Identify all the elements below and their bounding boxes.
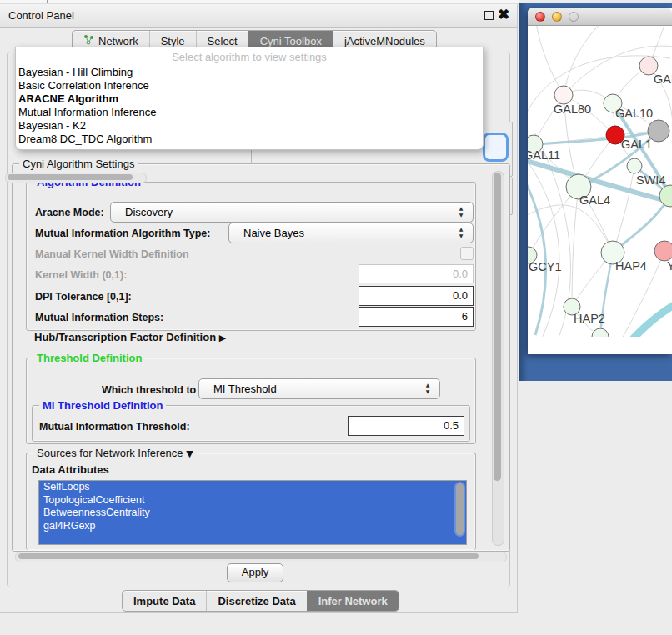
algorithm-item-aracne-algorithm[interactable]: ARACNE Algorithm	[18, 92, 480, 106]
manual-kernel-width-label: Manual Kernel Width Definition	[35, 248, 189, 260]
mi-threshold-label: Mutual Information Threshold:	[39, 421, 190, 432]
network-canvas[interactable]: GALGAL80GAL10GAL1GAL11SWI4GAL4GCY1HAP4YH…	[528, 8, 672, 340]
mi-threshold-definition-title: MI Threshold Definition	[39, 399, 166, 412]
node-label-y: Y	[667, 259, 672, 272]
node-bottom-partial[interactable]	[592, 328, 609, 337]
network-window-titlebar	[528, 8, 672, 26]
mi-steps-label: Mutual Information Steps:	[35, 312, 163, 323]
aracne-mode-label: Aracne Mode:	[35, 207, 104, 218]
network-icon	[83, 34, 94, 48]
combo-stepper-icon: ▲▼	[424, 382, 432, 395]
node-label-hap4: HAP4	[615, 259, 647, 272]
node-pink-right[interactable]	[654, 241, 672, 261]
cyni-mode-tabs: Impute DataDiscretize DataInfer Network	[122, 590, 399, 612]
node-label-gal1: GAL1	[621, 138, 652, 151]
apply-button[interactable]: Apply	[227, 563, 283, 582]
hub-transcription-factor-label: Hub/Transcription Factor Definition	[34, 331, 216, 343]
float-window-icon[interactable]	[484, 11, 494, 20]
combo-stepper-icon: ▲▼	[457, 226, 465, 239]
obscured-focused-combo-fragment	[483, 132, 509, 162]
tab-discretize-data[interactable]: Discretize Data	[206, 591, 306, 611]
algorithm-item-dream8-dc-tdc-algorithm[interactable]: Dream8 DC_TDC Algorithm	[18, 132, 480, 146]
dpi-tolerance-field[interactable]: 0.0	[359, 286, 474, 306]
mi-algorithm-type-combo[interactable]: Naive Bayes ▲▼	[228, 222, 474, 243]
algorithm-dropdown-popup: Select algorithm to view settings Bayesi…	[15, 47, 484, 150]
tab-label: jActiveMNodules	[344, 35, 425, 48]
tab-infer-network[interactable]: Infer Network	[307, 591, 399, 611]
mi-steps-field[interactable]: 6	[359, 307, 474, 327]
tab-impute-data[interactable]: Impute Data	[123, 591, 206, 611]
node-label-gcy1: GCY1	[529, 260, 562, 273]
node-label-gal4: GAL4	[579, 193, 610, 207]
algorithm-item-bayesian-k2[interactable]: Bayesian - K2	[18, 119, 480, 132]
data-attributes-list[interactable]: SelfLoopsTopologicalCoefficientBetweenne…	[38, 480, 467, 545]
panel-horizontal-scrollbar[interactable]	[15, 552, 507, 562]
close-traffic-light-icon[interactable]	[535, 12, 545, 22]
node-label-hap2: HAP2	[574, 312, 605, 325]
sources-title[interactable]: Sources for Network Inference ▼	[33, 447, 197, 459]
tab-label: Network	[98, 35, 138, 48]
table-horizontal-scrollbar[interactable]	[5, 172, 147, 183]
which-threshold-combo[interactable]: MI Threshold ▲▼	[198, 378, 440, 399]
network-view-window: GALGAL80GAL10GAL1GAL11SWI4GAL4GCY1HAP4YH…	[528, 8, 672, 354]
sources-title-text: Sources for Network Inference	[37, 447, 183, 459]
node-mid-green[interactable]	[627, 158, 642, 173]
algorithm-list: Bayesian - Hill ClimbingBasic Correlatio…	[18, 66, 480, 146]
kernel-width-field[interactable]: 0.0	[359, 264, 474, 283]
attribute-item-selfloops[interactable]: SelfLoops	[39, 481, 466, 494]
node-label-gal80: GAL80	[554, 102, 591, 116]
tab-label: Infer Network	[318, 595, 388, 608]
tab-label: Impute Data	[133, 595, 195, 608]
manual-kernel-width-checkbox[interactable]	[460, 247, 474, 260]
list-scrollbar[interactable]	[456, 483, 464, 535]
algorithm-definition-group: Algorithm Definition Aracne Mode: Discov…	[26, 182, 476, 331]
node-label-gal: GAL	[654, 72, 672, 86]
tab-label: Style	[161, 35, 185, 48]
control-panel-window: Control Panel ✖ NetworkStyleSelectCyni T…	[0, 4, 518, 613]
which-threshold-value: MI Threshold	[213, 379, 277, 398]
node-gal80[interactable]	[554, 86, 573, 104]
data-attributes-label: Data Attributes	[32, 463, 109, 476]
tab-label: Cyni Toolbox	[260, 35, 322, 48]
mi-algorithm-type-value: Naive Bayes	[243, 223, 304, 242]
collapse-down-icon: ▼	[186, 448, 193, 459]
tab-label: Select	[208, 35, 238, 48]
node-label-swi4: SWI4	[636, 173, 665, 187]
expand-right-icon: ▶	[219, 332, 226, 343]
kernel-width-label: Kernel Width (0,1):	[35, 269, 127, 281]
aracne-mode-value: Discovery	[125, 202, 173, 222]
zoom-traffic-light-icon[interactable]	[569, 12, 579, 22]
sources-group: Sources for Network Inference ▼ Data Att…	[26, 452, 476, 550]
close-window-icon[interactable]: ✖	[498, 6, 509, 24]
attribute-item-gal4rgexp[interactable]: gal4RGexp	[39, 520, 466, 533]
hub-transcription-factor-toggle[interactable]: Hub/Transcription Factor Definition ▶	[34, 331, 226, 343]
attribute-item-topologicalcoefficient[interactable]: TopologicalCoefficient	[39, 494, 466, 508]
combo-stepper-icon: ▲▼	[457, 205, 465, 218]
attribute-item-betweennesscentrality[interactable]: BetweennessCentrality	[39, 507, 466, 520]
dpi-tolerance-label: DPI Tolerance [0,1]:	[35, 291, 132, 302]
aracne-mode-combo[interactable]: Discovery ▲▼	[110, 202, 474, 222]
tab-label: Discretize Data	[218, 595, 295, 608]
algorithm-item-mutual-information-inference[interactable]: Mutual Information Inference	[18, 106, 480, 119]
control-panel-title: Control Panel	[8, 9, 74, 22]
mi-algorithm-type-label: Mutual Information Algorithm Type:	[35, 228, 210, 239]
node-label-gal10: GAL10	[615, 107, 653, 120]
settings-vertical-scrollbar[interactable]	[492, 171, 504, 546]
algorithm-item-basic-correlation-inference[interactable]: Basic Correlation Inference	[18, 79, 480, 92]
threshold-definition-title: Threshold Definition	[33, 352, 145, 364]
minimize-traffic-light-icon[interactable]	[552, 12, 562, 22]
threshold-definition-group: Threshold Definition Which threshold to …	[26, 358, 476, 444]
control-panel-titlebar: Control Panel ✖	[0, 4, 517, 28]
mi-threshold-definition-group: MI Threshold Definition Mutual Informati…	[32, 405, 470, 442]
cyni-algorithm-settings-group: Cyni Algorithm Settings Algorithm Defini…	[12, 163, 510, 552]
cyni-algorithm-settings-title: Cyni Algorithm Settings	[19, 158, 138, 170]
screenshot-root: Control Panel ✖ NetworkStyleSelectCyni T…	[0, 0, 672, 635]
algorithm-item-bayesian-hill-climbing[interactable]: Bayesian - Hill Climbing	[18, 66, 480, 79]
algorithm-dropdown-placeholder: Select algorithm to view settings	[16, 51, 483, 63]
mi-threshold-field[interactable]: 0.5	[348, 416, 464, 436]
node-label-gal11: GAL11	[528, 148, 560, 162]
